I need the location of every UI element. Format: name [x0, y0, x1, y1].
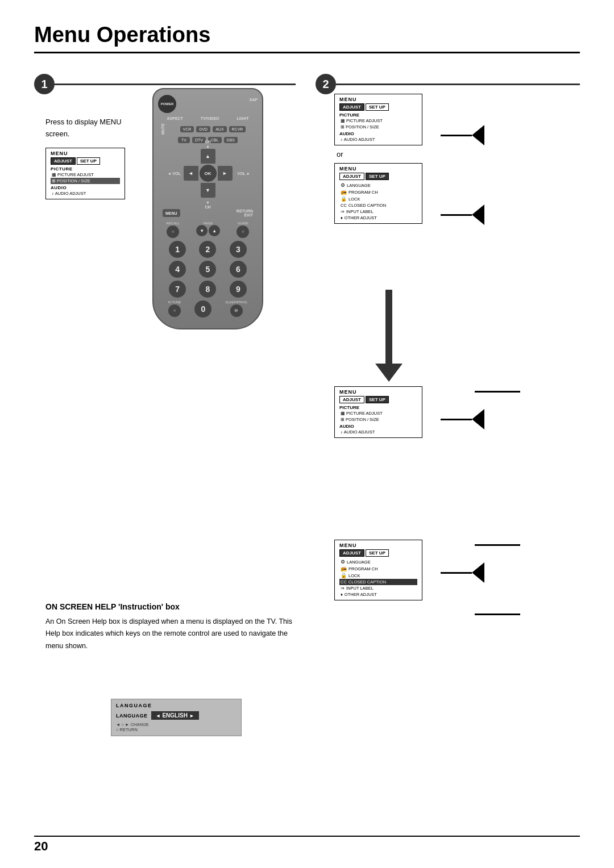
- tab-adjust-s1: ADJUST: [51, 157, 76, 165]
- right-arrow-final: [441, 562, 484, 583]
- menu-title-s1: MENU: [51, 151, 120, 156]
- right-arrow-top: [441, 125, 484, 145]
- closed-caption-item: CCCLOSED CAPTION: [339, 579, 417, 585]
- section-picture-s1: PICTURE: [51, 166, 120, 172]
- left-button[interactable]: ◄: [184, 166, 198, 181]
- press-instruction: Press to display MENU screen.: [45, 116, 122, 140]
- guide-button[interactable]: ○: [237, 226, 249, 238]
- step2-header: 2: [316, 74, 580, 94]
- vol-left-label: ◄ VOL: [168, 172, 181, 176]
- help-title: ON SCREEN HELP 'Instruction' box: [45, 602, 296, 611]
- num2-button[interactable]: 2: [199, 241, 216, 258]
- num5-button[interactable]: 5: [199, 261, 216, 278]
- num9-button[interactable]: 9: [230, 281, 247, 298]
- lang-footer1: ◄ ○ ► CHANGE: [116, 722, 237, 727]
- help-body: An On Screen Help box is displayed when …: [45, 616, 296, 652]
- menu-box-setup-final: MENU ADJUST SET UP ⚙LANGUAGE 📻PROGRAM CH…: [334, 540, 422, 600]
- or-text: or: [337, 150, 420, 158]
- rtune-label: R-TUNE: [168, 301, 181, 304]
- aux-button[interactable]: AUX: [213, 126, 226, 132]
- num4-button[interactable]: 4: [169, 261, 186, 278]
- rcvr-button[interactable]: RCVR: [229, 126, 246, 132]
- up-button[interactable]: ▲: [201, 149, 215, 164]
- title-section: Menu Operations: [34, 23, 580, 53]
- language-demo-box: LANGUAGE LANGUAGE ◄ ENGLISH ► ◄ ○ ► CHAN…: [111, 699, 242, 736]
- lang-footer2: ○ RETURN: [116, 727, 237, 732]
- right-menus-top: MENU ADJUST SET UP PICTURE ▦PICTURE ADJU…: [334, 94, 422, 224]
- page-up-button[interactable]: ▲: [209, 225, 220, 236]
- item-picture-adjust-s1: ▦PICTURE ADJUST: [51, 172, 120, 178]
- menu-box-final: MENU ADJUST SET UP ⚙LANGUAGE 📻PROGRAM CH…: [334, 540, 422, 600]
- vol-right-label: VOL ►: [237, 172, 250, 176]
- num7-button[interactable]: 7: [169, 281, 186, 298]
- ch-down-label: ▼CH: [205, 201, 210, 209]
- light-label: LIGHT: [237, 116, 249, 121]
- down-arrow-large: [375, 290, 403, 382]
- lang-value: ENGLISH: [162, 712, 187, 719]
- recall-button[interactable]: ○: [167, 226, 179, 238]
- page-down-button[interactable]: ▼: [196, 225, 208, 236]
- vcr-button[interactable]: VCR: [180, 126, 194, 132]
- down-button[interactable]: ▼: [201, 183, 215, 198]
- menu-box-setup-top: MENU ADJUST SET UP ⚙LANGUAGE 📻PROGRAM CH…: [334, 163, 422, 224]
- lang-value-box: ◄ ENGLISH ►: [151, 711, 199, 720]
- section-audio-s1: AUDIO: [51, 185, 120, 190]
- menu-box-adjust-top: MENU ADJUST SET UP PICTURE ▦PICTURE ADJU…: [334, 94, 422, 145]
- menu-tabs-s1: ADJUST SET UP: [51, 157, 120, 165]
- num6-button[interactable]: 6: [230, 261, 247, 278]
- num0-button[interactable]: 0: [194, 301, 211, 318]
- line-right-bottom-bot: [475, 614, 520, 615]
- tv-button[interactable]: TV: [178, 137, 190, 143]
- lang-arrow-left: ◄: [156, 713, 161, 719]
- dbs-button[interactable]: DBS: [224, 137, 238, 143]
- right-arrow-mid: [441, 205, 484, 225]
- aspect-label: ASPECT: [167, 116, 182, 121]
- line-right-bottom-top: [475, 544, 520, 546]
- bottom-line: [34, 836, 580, 837]
- power-button[interactable]: POWER: [158, 95, 176, 113]
- recall-label: RECALL: [167, 222, 180, 225]
- ok-button[interactable]: OK: [200, 165, 217, 182]
- return-label: RETURN: [237, 209, 253, 213]
- step2-circle: 2: [316, 74, 336, 94]
- lang-header: LANGUAGE: [116, 703, 237, 708]
- lang-row: LANGUAGE ◄ ENGLISH ►: [116, 711, 237, 720]
- exit-label: EXIT: [237, 213, 253, 217]
- ch-up-label: CH▲: [205, 140, 210, 148]
- right-arrow-bottom-top: [441, 409, 484, 429]
- sleep-label: SLEEP/PROG: [225, 301, 247, 304]
- num8-button[interactable]: 8: [199, 281, 216, 298]
- menu-button[interactable]: MENU: [163, 209, 180, 217]
- dvd-button[interactable]: DVD: [196, 126, 210, 132]
- item-audio-adjust-s1: ♪AUDIO ADJUST: [51, 190, 120, 197]
- line-right-top: [475, 391, 520, 393]
- item-position-size-s1: ⊞POSITION / SIZE: [51, 178, 120, 184]
- step1-circle: 1: [34, 74, 55, 94]
- tab-setup-s1: SET UP: [77, 157, 100, 165]
- lang-label: LANGUAGE: [116, 713, 148, 719]
- menu-box-adjust-bottom: MENU ADJUST SET UP PICTURE ▦PICTURE ADJU…: [334, 386, 422, 438]
- remote-control: POWER SAP ASPECT TV/VIDEO LIGHT MUTE VCR…: [152, 88, 263, 329]
- menu-box-section1: MENU ADJUST SET UP PICTURE ▦PICTURE ADJU…: [45, 148, 125, 199]
- step1-line: [55, 84, 296, 85]
- page-number: 20: [34, 839, 48, 854]
- num1-button[interactable]: 1: [169, 241, 186, 258]
- tvvideo-label: TV/VIDEO: [201, 116, 219, 121]
- num3-button[interactable]: 3: [230, 241, 247, 258]
- dtv-button[interactable]: DTV: [192, 137, 206, 143]
- lang-arrow-right: ►: [189, 713, 194, 719]
- right-menus-bottom: MENU ADJUST SET UP PICTURE ▦PICTURE ADJU…: [334, 386, 422, 444]
- guide-label: GUIDE: [237, 222, 249, 225]
- mute-label: MUTE: [161, 123, 165, 135]
- sap-label: SAP: [250, 98, 258, 102]
- rtune-button[interactable]: ○: [168, 304, 181, 317]
- help-section: ON SCREEN HELP 'Instruction' box An On S…: [45, 602, 296, 652]
- sleep-button[interactable]: ⊖: [230, 304, 243, 317]
- numpad: 1 2 3 4 5 6 7 8 9: [164, 241, 252, 298]
- page-title: Menu Operations: [34, 23, 580, 47]
- right-button[interactable]: ►: [218, 166, 233, 181]
- step2-line: [336, 84, 580, 85]
